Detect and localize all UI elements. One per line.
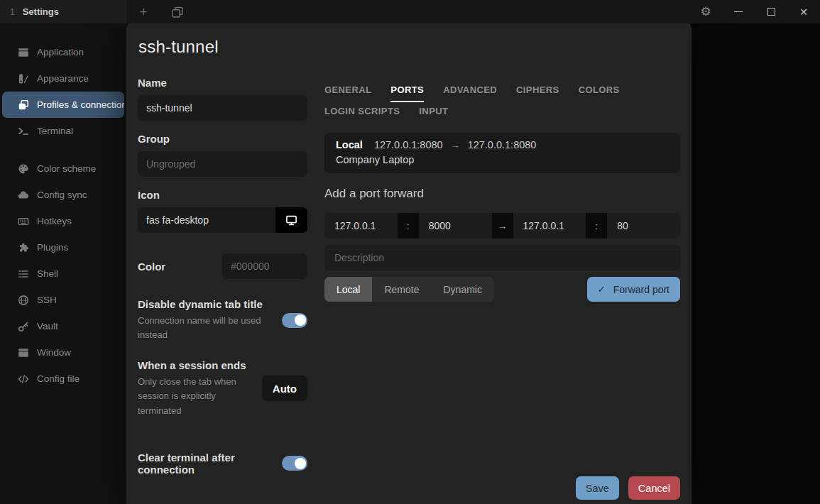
disable-dynamic-tab-title-description: Connection name will be used instead <box>138 314 276 342</box>
tab-input[interactable]: INPUT <box>419 102 448 124</box>
cancel-button[interactable]: Cancel <box>628 476 680 500</box>
sidebar-item-label: Application <box>37 47 84 57</box>
tab-index: 1 <box>10 7 15 17</box>
close-icon: ✕ <box>799 6 808 18</box>
gear-icon: ⚙ <box>700 4 711 19</box>
sidebar-item-label: Profiles & connections <box>37 99 124 110</box>
sidebar-item-color-scheme[interactable]: Color scheme <box>2 155 124 182</box>
profile-tabs: GENERAL PORTS ADVANCED CIPHERS COLORS LO… <box>324 81 680 124</box>
title-bar: 1 Settings + ⚙ ✕ <box>0 0 820 23</box>
code-icon <box>18 373 29 385</box>
tab-login-scripts[interactable]: LOGIN SCRIPTS <box>324 102 400 124</box>
port-forward-type: Local <box>336 139 363 150</box>
check-icon: ✓ <box>598 284 606 295</box>
sidebar-item-shell[interactable]: Shell <box>2 261 124 287</box>
target-port-input[interactable] <box>607 213 680 239</box>
port-forward-entry[interactable]: Local 127.0.0.1:8080 → 127.0.0.1:8080 Co… <box>324 133 680 173</box>
source-port-input[interactable] <box>419 213 492 239</box>
swatchbook-icon <box>18 73 29 84</box>
tab-settings[interactable]: 1 Settings <box>0 0 126 23</box>
icon-input[interactable] <box>138 207 275 233</box>
settings-sidebar: Application Appearance Profiles & connec… <box>0 23 126 504</box>
sidebar-item-hotkeys[interactable]: Hotkeys <box>2 208 124 234</box>
port-forward-type-selector: Local Remote Dynamic <box>324 277 494 302</box>
type-local-button[interactable]: Local <box>324 277 372 302</box>
sidebar-item-label: Terminal <box>37 126 73 136</box>
group-input[interactable] <box>138 151 307 177</box>
sidebar-item-label: Config file <box>37 373 80 384</box>
add-port-forward-heading: Add a port forward <box>324 187 680 201</box>
sidebar-item-profiles-connections[interactable]: Profiles & connections <box>2 92 124 118</box>
tab-ports[interactable]: PORTS <box>390 81 424 102</box>
sidebar-item-label: Color scheme <box>37 163 96 174</box>
disable-dynamic-tab-title-row: Disable dynamic tab title Connection nam… <box>138 298 307 342</box>
maximize-button[interactable] <box>755 0 787 23</box>
palette-icon <box>18 163 29 175</box>
target-host-input[interactable] <box>513 213 586 239</box>
sidebar-item-label: Config sync <box>37 190 87 200</box>
type-dynamic-button[interactable]: Dynamic <box>432 277 494 302</box>
tab-general[interactable]: GENERAL <box>324 81 371 102</box>
sidebar-item-window[interactable]: Window <box>2 339 124 366</box>
sidebar-item-terminal[interactable]: Terminal <box>2 118 124 144</box>
terminal-icon <box>18 126 29 137</box>
window-icon <box>18 47 29 58</box>
sidebar-item-application[interactable]: Application <box>2 39 124 65</box>
sidebar-item-plugins[interactable]: Plugins <box>2 234 124 261</box>
sidebar-item-config-file[interactable]: Config file <box>2 366 124 392</box>
color-input[interactable] <box>222 253 307 279</box>
colon-separator: : <box>586 213 607 239</box>
disable-dynamic-tab-title-toggle[interactable] <box>282 313 307 328</box>
puzzle-icon <box>18 242 29 253</box>
sidebar-item-appearance[interactable]: Appearance <box>2 65 124 92</box>
port-forward-description-input[interactable] <box>324 245 680 270</box>
profile-basic-settings: Name Group Icon <box>138 77 307 476</box>
tab-ciphers[interactable]: CIPHERS <box>516 81 559 102</box>
cloud-icon <box>18 190 29 201</box>
tab-advanced[interactable]: ADVANCED <box>443 81 497 102</box>
new-tab-button[interactable]: + <box>126 0 160 23</box>
sidebar-item-label: Hotkeys <box>37 216 72 226</box>
port-forward-description: Company Laptop <box>336 154 669 165</box>
plus-icon: + <box>139 4 147 20</box>
session-end-behavior-button[interactable]: Auto <box>262 376 307 401</box>
new-port-forward-inputs: : → : <box>324 213 680 239</box>
keyboard-icon <box>18 216 29 227</box>
list-icon <box>18 268 29 280</box>
sidebar-item-label: Plugins <box>37 242 68 253</box>
key-icon <box>18 321 29 332</box>
modal-title: ssh-tunnel <box>138 37 680 57</box>
duplicate-tab-button[interactable] <box>160 0 195 23</box>
arrow-icon: → <box>492 213 513 239</box>
clear-terminal-label: Clear terminal after connection <box>138 451 273 476</box>
tab-colors[interactable]: COLORS <box>579 81 620 102</box>
sidebar-item-vault[interactable]: Vault <box>2 313 124 339</box>
sidebar-item-label: Appearance <box>37 73 89 84</box>
settings-gear-button[interactable]: ⚙ <box>689 0 722 23</box>
when-session-ends-label: When a session ends <box>138 359 256 371</box>
maximize-icon <box>767 8 775 16</box>
minimize-button[interactable] <box>722 0 755 23</box>
source-host-input[interactable] <box>324 213 398 239</box>
when-session-ends-description: Only close the tab when session is expli… <box>138 375 256 417</box>
clear-terminal-row: Clear terminal after connection <box>138 451 307 476</box>
port-forward-target: 127.0.0.1:8080 <box>468 139 537 150</box>
duplicate-icon <box>171 6 184 18</box>
icon-picker-button[interactable] <box>275 207 307 233</box>
sidebar-group-divider <box>0 144 126 155</box>
close-button[interactable]: ✕ <box>787 0 820 23</box>
forward-port-button[interactable]: ✓ Forward port <box>587 277 680 302</box>
globe-icon <box>18 295 29 306</box>
type-remote-button[interactable]: Remote <box>372 277 431 302</box>
when-session-ends-row: When a session ends Only close the tab w… <box>138 359 307 417</box>
clear-terminal-toggle[interactable] <box>282 456 307 471</box>
sidebar-item-ssh[interactable]: SSH <box>2 287 124 313</box>
sidebar-item-config-sync[interactable]: Config sync <box>2 182 124 208</box>
window-controls: ⚙ ✕ <box>689 0 820 23</box>
profile-advanced-settings: GENERAL PORTS ADVANCED CIPHERS COLORS LO… <box>324 77 680 476</box>
save-button[interactable]: Save <box>576 476 619 500</box>
name-input[interactable] <box>138 95 307 121</box>
sidebar-item-label: SSH <box>37 295 57 305</box>
color-label: Color <box>138 261 165 273</box>
forward-port-label: Forward port <box>613 284 669 295</box>
